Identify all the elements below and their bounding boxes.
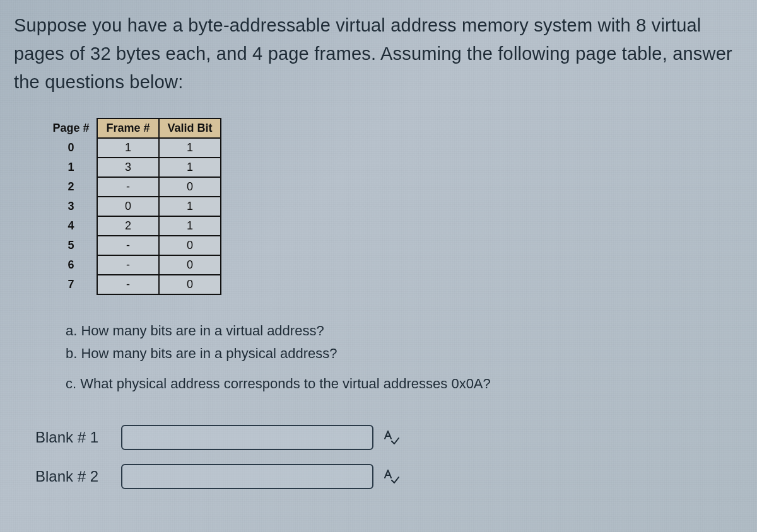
cell-valid: 0 — [159, 275, 221, 294]
cell-frame: 1 — [97, 138, 159, 158]
spellcheck-icon[interactable] — [382, 468, 400, 485]
cell-frame: - — [97, 255, 159, 275]
cell-frame: - — [97, 275, 159, 294]
cell-valid: 1 — [159, 216, 221, 236]
table-row: 4 2 1 — [45, 216, 221, 236]
header-frame: Frame # — [97, 119, 159, 138]
cell-valid: 0 — [159, 255, 221, 275]
cell-page: 7 — [45, 275, 97, 294]
cell-page: 6 — [45, 255, 97, 275]
cell-page: 2 — [45, 177, 97, 197]
question-prompt: Suppose you have a byte-addressable virt… — [14, 11, 743, 96]
table-row: 1 3 1 — [45, 158, 221, 177]
blank-2-label: Blank # 2 — [35, 468, 112, 485]
blank-1-input[interactable] — [121, 425, 373, 450]
sub-questions: a. How many bits are in a virtual addres… — [66, 320, 743, 395]
question-c: c. What physical address corresponds to … — [66, 373, 743, 395]
cell-frame: 3 — [97, 158, 159, 177]
cell-page: 0 — [45, 138, 97, 158]
header-page: Page # — [45, 119, 97, 138]
cell-valid: 1 — [159, 197, 221, 216]
table-row: 3 0 1 — [45, 197, 221, 216]
table-row: 7 - 0 — [45, 275, 221, 294]
question-b: b. How many bits are in a physical addre… — [66, 343, 743, 364]
blank-2-input[interactable] — [121, 464, 373, 489]
cell-valid: 0 — [159, 177, 221, 197]
cell-page: 3 — [45, 197, 97, 216]
blank-row-2: Blank # 2 — [35, 464, 743, 489]
blank-row-1: Blank # 1 — [35, 425, 743, 450]
page-table: Page # Frame # Valid Bit 0 1 1 1 3 1 2 — [45, 118, 221, 295]
cell-page: 4 — [45, 216, 97, 236]
blank-1-label: Blank # 1 — [35, 429, 112, 446]
cell-frame: - — [97, 236, 159, 255]
cell-frame: - — [97, 177, 159, 197]
cell-page: 5 — [45, 236, 97, 255]
cell-valid: 0 — [159, 236, 221, 255]
cell-valid: 1 — [159, 138, 221, 158]
cell-valid: 1 — [159, 158, 221, 177]
table-row: 0 1 1 — [45, 138, 221, 158]
table-row: 5 - 0 — [45, 236, 221, 255]
cell-frame: 0 — [97, 197, 159, 216]
header-valid: Valid Bit — [159, 119, 221, 138]
table-row: 2 - 0 — [45, 177, 221, 197]
table-row: 6 - 0 — [45, 255, 221, 275]
cell-frame: 2 — [97, 216, 159, 236]
question-a: a. How many bits are in a virtual addres… — [66, 320, 743, 342]
cell-page: 1 — [45, 158, 97, 177]
spellcheck-icon[interactable] — [382, 429, 400, 446]
